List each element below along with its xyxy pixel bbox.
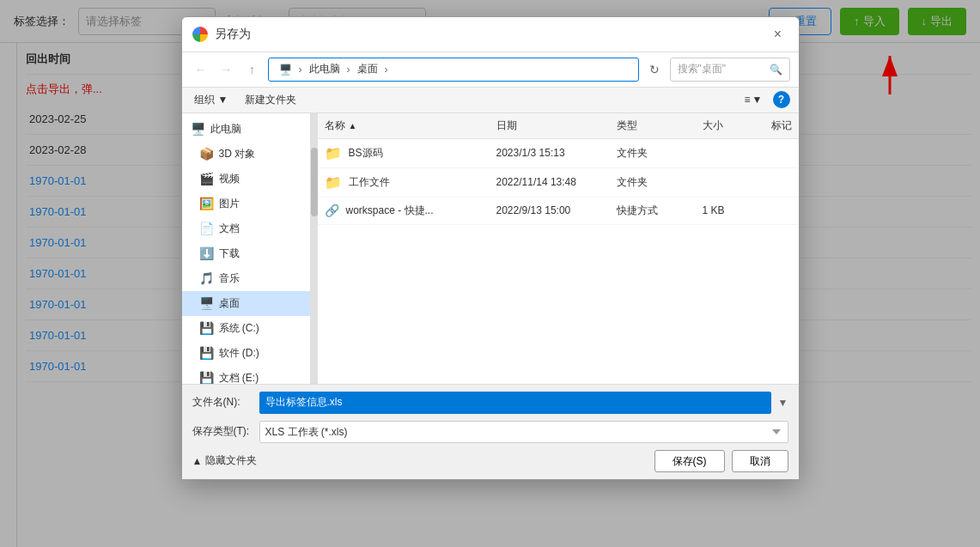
file-save-dialog: 另存为 × ← → ↑ 🖥️ › 此电脑 › 桌面 › ↻ 搜索"桌面" 🔍: [181, 16, 800, 480]
video-icon: 🎬: [199, 172, 214, 185]
file-size-workfiles: [696, 180, 764, 184]
file-name-workfiles: 📁 工作文件: [318, 173, 490, 192]
folder-icon: 📁: [325, 145, 342, 161]
sidebar-item-desktop[interactable]: 🖥️ 桌面: [182, 291, 310, 316]
hide-chevron-icon: ▲: [192, 455, 203, 467]
col-size[interactable]: 大小: [696, 117, 764, 135]
sidebar-item-c[interactable]: 💾 系统 (C:): [182, 316, 310, 341]
file-row-workspace[interactable]: 🔗 workspace - 快捷... 2022/9/13 15:00 快捷方式…: [318, 198, 799, 225]
organize-chevron-icon: ▼: [218, 94, 228, 106]
folder-icon-2: 📁: [325, 174, 342, 191]
dialog-body: 🖥️ 此电脑 📦 3D 对象 🎬 视频 🖼️ 图片 📄 文档: [182, 113, 799, 384]
sidebar-item-pictures[interactable]: 🖼️ 图片: [182, 191, 310, 216]
filetype-select[interactable]: XLS 工作表 (*.xls): [259, 421, 788, 443]
file-date-workspace: 2022/9/13 15:00: [490, 203, 610, 218]
sidebar-scrollbar[interactable]: [311, 113, 318, 384]
forward-button[interactable]: →: [216, 59, 237, 80]
search-icon: 🔍: [770, 64, 782, 76]
organize-button[interactable]: 组织 ▼: [191, 91, 232, 109]
sidebar-scrollbar-thumb[interactable]: [311, 148, 318, 216]
back-button[interactable]: ←: [191, 59, 211, 80]
file-tag-bssource: [764, 151, 799, 155]
thispc-icon: 🖥️: [191, 122, 205, 136]
dialog-overlay: 另存为 × ← → ↑ 🖥️ › 此电脑 › 桌面 › ↻ 搜索"桌面" 🔍: [0, 0, 980, 547]
filetype-row: 保存类型(T): XLS 工作表 (*.xls): [192, 421, 788, 443]
docs-icon: 📄: [199, 222, 214, 235]
e-drive-icon: 💾: [199, 371, 214, 384]
file-tag-workspace: [764, 209, 799, 212]
sidebar-item-docs[interactable]: 📄 文档: [182, 216, 310, 241]
filename-label: 文件名(N):: [192, 395, 253, 410]
dialog-close-button[interactable]: ×: [768, 24, 788, 45]
sort-icon: ▲: [349, 121, 357, 131]
file-type-workfiles: 文件夹: [610, 173, 696, 191]
up-button[interactable]: ↑: [242, 59, 263, 80]
col-name[interactable]: 名称 ▲: [318, 117, 490, 135]
chrome-icon: [192, 27, 208, 42]
file-type-bssource: 文件夹: [610, 144, 696, 162]
filelist-header: 名称 ▲ 日期 类型 大小 标记: [318, 113, 799, 139]
music-icon: 🎵: [199, 271, 214, 285]
file-list: 名称 ▲ 日期 类型 大小 标记 📁 BS源码 2023/1/3 15:13 文…: [318, 113, 799, 384]
view-button[interactable]: ≡ ▼: [741, 92, 766, 107]
path-item-computer[interactable]: 🖥️: [276, 63, 295, 76]
file-name-workspace: 🔗 workspace - 快捷...: [318, 202, 490, 220]
file-type-workspace: 快捷方式: [610, 202, 696, 220]
view-icon: ≡: [745, 94, 751, 106]
file-date-bssource: 2023/1/3 15:13: [490, 145, 610, 161]
sidebar-item-music[interactable]: 🎵 音乐: [182, 266, 310, 291]
col-type[interactable]: 类型: [610, 117, 696, 135]
pictures-icon: 🖼️: [199, 197, 214, 210]
downloads-icon: ⬇️: [199, 246, 214, 260]
dialog-titlebar: 另存为 ×: [182, 17, 799, 52]
file-tag-workfiles: [764, 180, 799, 184]
new-folder-button[interactable]: 新建文件夹: [238, 91, 303, 109]
file-row-bssource[interactable]: 📁 BS源码 2023/1/3 15:13 文件夹: [318, 139, 799, 168]
dialog-title: 另存为: [215, 27, 761, 42]
footer-buttons-row: ▲ 隐藏文件夹 保存(S) 取消: [192, 450, 788, 472]
path-item-thispc[interactable]: 此电脑: [306, 61, 344, 77]
file-size-bssource: [696, 151, 764, 155]
help-button[interactable]: ?: [773, 91, 790, 108]
refresh-button[interactable]: ↻: [644, 59, 665, 80]
filetype-label: 保存类型(T):: [192, 424, 253, 439]
filename-dropdown-icon: ▼: [778, 397, 788, 409]
save-button[interactable]: 保存(S): [654, 450, 725, 472]
filename-input[interactable]: [259, 392, 771, 414]
sidebar-item-video[interactable]: 🎬 视频: [182, 167, 310, 191]
col-tag[interactable]: 标记: [764, 117, 799, 135]
search-box[interactable]: 搜索"桌面" 🔍: [670, 58, 790, 82]
shortcut-icon: 🔗: [325, 204, 339, 217]
address-path[interactable]: 🖥️ › 此电脑 › 桌面 ›: [268, 58, 639, 82]
sidebar-item-3d[interactable]: 📦 3D 对象: [182, 142, 310, 167]
hide-folders-button[interactable]: ▲ 隐藏文件夹: [192, 453, 258, 468]
view-chevron-icon: ▼: [752, 94, 763, 106]
file-name-bssource: 📁 BS源码: [318, 143, 490, 163]
dialog-addressbar: ← → ↑ 🖥️ › 此电脑 › 桌面 › ↻ 搜索"桌面" 🔍: [182, 52, 799, 88]
path-item-desktop[interactable]: 桌面: [354, 61, 381, 77]
file-date-workfiles: 2022/11/14 13:48: [490, 174, 610, 190]
sidebar-item-downloads[interactable]: ⬇️ 下载: [182, 241, 310, 266]
file-row-workfiles[interactable]: 📁 工作文件 2022/11/14 13:48 文件夹: [318, 168, 799, 198]
cancel-button[interactable]: 取消: [732, 450, 788, 472]
sidebar-item-thispc[interactable]: 🖥️ 此电脑: [182, 117, 310, 142]
dialog-footer: 文件名(N): ▼ 保存类型(T): XLS 工作表 (*.xls) ▲ 隐藏文…: [182, 384, 799, 479]
col-date[interactable]: 日期: [490, 117, 610, 135]
3d-icon: 📦: [199, 147, 214, 161]
dialog-toolbar2: 组织 ▼ 新建文件夹 ≡ ▼ ?: [182, 88, 799, 113]
file-size-workspace: 1 KB: [696, 203, 764, 218]
dialog-sidebar: 🖥️ 此电脑 📦 3D 对象 🎬 视频 🖼️ 图片 📄 文档: [182, 113, 311, 384]
desktop-icon: 🖥️: [199, 296, 214, 310]
search-text: 搜索"桌面": [678, 62, 727, 76]
sidebar-item-e[interactable]: 💾 文档 (E:): [182, 366, 310, 384]
c-drive-icon: 💾: [199, 321, 214, 335]
filename-row: 文件名(N): ▼: [192, 392, 788, 414]
d-drive-icon: 💾: [199, 346, 214, 360]
sidebar-item-d[interactable]: 💾 软件 (D:): [182, 341, 310, 366]
